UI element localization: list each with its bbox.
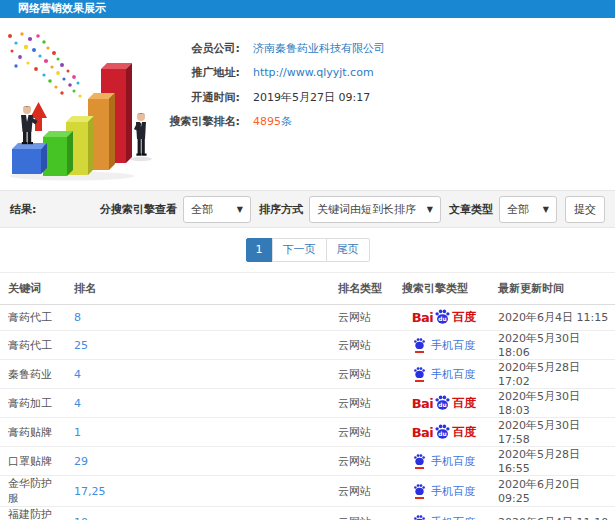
page-title: 网络营销效果展示 <box>0 0 615 18</box>
article-type-select[interactable]: 全部 ▼ <box>499 196 557 223</box>
header-rank: 排名 <box>68 273 332 305</box>
engine-cell: Baidu百度 <box>396 418 492 447</box>
table-row: 膏药代工 8 云网站 Baidu百度 2020年6月4日 11:15 <box>0 305 615 331</box>
updated-cell: 2020年5月30日 18:06 <box>492 331 615 360</box>
confetti-dots <box>8 32 82 97</box>
sort-filter-value: 关键词由短到长排序 <box>317 202 416 217</box>
engine-filter-select[interactable]: 全部 ▼ <box>183 196 251 223</box>
article-type-value: 全部 <box>507 202 529 217</box>
profile-field-row: 会员公司: 济南秦鲁药业科技有限公司 <box>158 36 385 61</box>
rank-link[interactable]: 10 <box>74 516 88 520</box>
rank-cell: 17,25 <box>68 476 332 507</box>
baidu-paw-underline <box>415 467 424 469</box>
mobile-baidu-label: 手机百度 <box>431 515 475 520</box>
rank-link[interactable]: 4 <box>74 397 81 410</box>
article-type-label: 文章类型 <box>449 202 493 217</box>
filter-bar: 结果: 分搜索引擎查看 全部 ▼ 排序方式 关键词由短到长排序 ▼ 文章类型 全… <box>0 190 615 228</box>
rank-type-cell: 云网站 <box>332 507 396 520</box>
rank-cell: 29 <box>68 447 332 476</box>
rank-type-cell: 云网站 <box>332 389 396 418</box>
svg-text:du: du <box>439 401 447 407</box>
last-page-button[interactable]: 尾页 <box>326 238 370 262</box>
baidu-logo-bai-text: Bai <box>412 396 434 411</box>
chevron-down-icon: ▼ <box>543 205 549 214</box>
engine-cell: Baidu百度 <box>396 305 492 331</box>
updated-cell: 2020年6月4日 11:10 <box>492 507 615 520</box>
profile-field-value: 济南秦鲁药业科技有限公司 <box>253 41 385 56</box>
profile-info: 会员公司: 济南秦鲁药业科技有限公司 推广地址: http://www.qlyy… <box>158 36 385 134</box>
baidu-paw-icon <box>413 514 426 520</box>
mobile-baidu-logo: 手机百度 <box>413 337 475 353</box>
bar-chart-clipart <box>0 30 175 180</box>
engine-cell: 手机百度 <box>396 476 492 507</box>
baidu-paw-icon: du <box>434 423 451 440</box>
profile-field-row: 开通时间: 2019年5月27日 09:17 <box>158 85 385 110</box>
sort-filter-select[interactable]: 关键词由短到长排序 ▼ <box>309 196 441 223</box>
bar-chart-image <box>0 30 175 182</box>
baidu-logo: Baidu百度 <box>412 394 477 413</box>
table-row: 金华防护服 17,25 云网站 手机百度 2020年6月20日 09:25 <box>0 476 615 507</box>
keyword-cell: 膏药加工 <box>0 389 68 418</box>
engine-filter-value: 全部 <box>191 202 213 217</box>
rank-cell: 8 <box>68 305 332 331</box>
profile-field-label: 会员公司: <box>158 41 240 56</box>
keyword-cell: 膏药代工 <box>0 305 68 331</box>
profile-section: 会员公司: 济南秦鲁药业科技有限公司 推广地址: http://www.qlyy… <box>0 18 615 180</box>
pagination: 1 下一页 尾页 <box>0 228 615 272</box>
table-row: 福建防护服 10 云网站 手机百度 2020年6月4日 11:10 <box>0 507 615 520</box>
keyword-cell: 秦鲁药业 <box>0 360 68 389</box>
table-header-row: 关键词 排名 排名类型 搜索引擎类型 最新更新时间 <box>0 273 615 305</box>
baidu-logo-baidu-text: 百度 <box>452 309 476 326</box>
baidu-paw-icon <box>413 337 426 350</box>
mobile-baidu-label: 手机百度 <box>431 338 475 353</box>
rank-cell: 25 <box>68 331 332 360</box>
baidu-paw-icon <box>413 453 426 466</box>
rank-link[interactable]: 8 <box>74 311 81 324</box>
rank-type-cell: 云网站 <box>332 305 396 331</box>
rank-cell: 4 <box>68 360 332 389</box>
keyword-cell: 口罩贴牌 <box>0 447 68 476</box>
rank-link[interactable]: 25 <box>74 339 88 352</box>
baidu-paw-underline <box>415 380 424 382</box>
chevron-down-icon: ▼ <box>427 205 433 214</box>
profile-field-value: 4895条 <box>253 114 292 129</box>
updated-cell: 2020年6月4日 11:15 <box>492 305 615 331</box>
page-1-button[interactable]: 1 <box>246 238 273 262</box>
result-label: 结果: <box>10 202 36 217</box>
profile-field-value: http://www.qlyyjt.com <box>253 66 374 79</box>
profile-field-label: 推广地址: <box>158 65 240 80</box>
mobile-baidu-logo: 手机百度 <box>413 453 475 469</box>
header-updated: 最新更新时间 <box>492 273 615 305</box>
baidu-paw-underline <box>415 497 424 499</box>
keyword-cell: 金华防护服 <box>0 476 68 507</box>
keyword-cell: 膏药贴牌 <box>0 418 68 447</box>
baidu-logo-baidu-text: 百度 <box>452 395 476 412</box>
profile-field-value: 2019年5月27日 09:17 <box>253 90 370 105</box>
profile-link[interactable]: http://www.qlyyjt.com <box>253 66 374 79</box>
engine-cell: 手机百度 <box>396 360 492 389</box>
mobile-baidu-logo: 手机百度 <box>413 366 475 382</box>
baidu-paw-icon: du <box>434 308 451 325</box>
baidu-paw-icon <box>413 483 426 496</box>
profile-field-label: 开通时间: <box>158 90 240 105</box>
baidu-logo: Baidu百度 <box>412 423 477 442</box>
header-rank-type: 排名类型 <box>332 273 396 305</box>
updated-cell: 2020年5月28日 16:55 <box>492 447 615 476</box>
submit-button[interactable]: 提交 <box>565 196 605 223</box>
engine-cell: 手机百度 <box>396 447 492 476</box>
rank-link[interactable]: 1 <box>74 426 81 439</box>
updated-cell: 2020年6月20日 09:25 <box>492 476 615 507</box>
rank-type-cell: 云网站 <box>332 447 396 476</box>
rank-link[interactable]: 29 <box>74 455 88 468</box>
rank-link[interactable]: 4 <box>74 368 81 381</box>
engine-cell: 手机百度 <box>396 331 492 360</box>
rank-type-cell: 云网站 <box>332 476 396 507</box>
profile-field-label: 搜索引擎排名: <box>158 114 240 129</box>
table-row: 秦鲁药业 4 云网站 手机百度 2020年5月28日 17:02 <box>0 360 615 389</box>
svg-text:du: du <box>439 316 447 322</box>
rank-type-cell: 云网站 <box>332 418 396 447</box>
profile-link[interactable]: 济南秦鲁药业科技有限公司 <box>253 42 385 55</box>
next-page-button[interactable]: 下一页 <box>272 238 327 262</box>
rank-link[interactable]: 17,25 <box>74 485 106 498</box>
table-row: 膏药加工 4 云网站 Baidu百度 2020年5月30日 18:03 <box>0 389 615 418</box>
